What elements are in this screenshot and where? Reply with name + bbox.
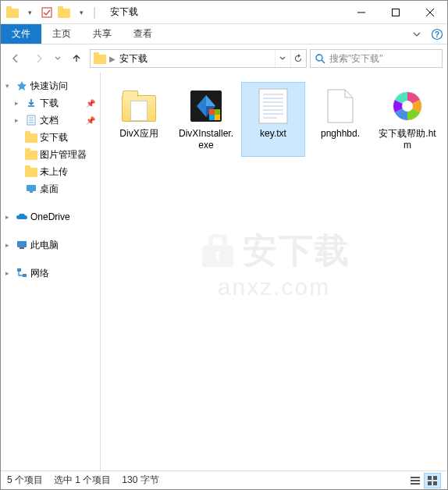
svg-rect-43	[433, 481, 437, 485]
refresh-button[interactable]	[290, 50, 304, 67]
exe-icon	[187, 87, 225, 125]
pin-icon: 📌	[86, 116, 95, 125]
view-details-button[interactable]	[407, 473, 424, 488]
chevron-down-icon[interactable]: ▾	[5, 82, 15, 90]
watermark-url: anxz.com	[197, 273, 350, 300]
tree-quick-access[interactable]: ▾ 快速访问	[1, 77, 100, 94]
status-item-count: 5 个项目	[7, 474, 43, 487]
document-icon	[24, 114, 38, 126]
back-button[interactable]	[5, 48, 26, 69]
svg-rect-18	[23, 274, 27, 277]
text-file-icon	[254, 87, 292, 125]
svg-rect-42	[428, 481, 432, 485]
chevron-right-icon[interactable]: ▸	[15, 99, 24, 107]
ribbon-expand-button[interactable]	[407, 24, 427, 44]
tree-label: OneDrive	[30, 211, 70, 222]
recent-dropdown[interactable]	[52, 48, 63, 69]
main-area: ▾ 快速访问 ▸ 下载 📌 ▸ 文档 📌 安下载 图片管理器	[1, 73, 447, 470]
properties-icon[interactable]	[40, 5, 54, 20]
folder-icon	[57, 5, 71, 20]
address-bar: ▶ 安下载 搜索"安下载"	[1, 44, 447, 73]
chevron-right-icon[interactable]: ▸	[5, 241, 15, 249]
svg-rect-17	[17, 268, 21, 272]
tree-label: 未上传	[40, 165, 68, 179]
folder-icon	[5, 5, 20, 20]
search-input[interactable]: 搜索"安下载"	[310, 49, 443, 68]
window-controls	[344, 1, 447, 24]
file-label: 安下载帮助.htm	[378, 128, 437, 151]
chevron-right-icon[interactable]: ▸	[5, 213, 15, 221]
breadcrumb[interactable]: ▶ 安下载	[90, 49, 307, 68]
chevron-right-icon[interactable]: ▸	[15, 116, 24, 124]
separator: |	[93, 5, 96, 20]
svg-line-8	[322, 60, 325, 63]
svg-rect-25	[209, 115, 215, 120]
svg-point-7	[316, 55, 322, 61]
file-item-unknown[interactable]: pnghhbd.	[308, 82, 372, 157]
folder-icon	[24, 148, 38, 161]
blank-file-icon	[322, 87, 359, 125]
qat-chevron-icon[interactable]: ▾	[74, 5, 88, 20]
svg-rect-15	[17, 241, 27, 247]
cloud-icon	[15, 211, 29, 223]
maximize-button[interactable]	[379, 1, 413, 24]
tab-share[interactable]: 共享	[82, 24, 123, 44]
pin-icon: 📌	[86, 99, 95, 108]
desktop-icon	[24, 183, 38, 195]
tree-pic-manager[interactable]: 图片管理器	[1, 146, 100, 163]
svg-rect-39	[411, 483, 420, 485]
minimize-button[interactable]	[344, 1, 379, 24]
qat-dropdown-icon[interactable]: ▾	[23, 5, 37, 20]
breadcrumb-item[interactable]: 安下载	[117, 52, 150, 66]
tree-onedrive[interactable]: ▸ OneDrive	[1, 208, 100, 225]
view-icons-button[interactable]	[424, 473, 441, 488]
file-item-htm[interactable]: 安下载帮助.htm	[375, 82, 439, 157]
file-item-folder[interactable]: DivX应用	[107, 82, 171, 157]
status-size: 130 字节	[122, 474, 158, 487]
tree-network[interactable]: ▸ 网络	[1, 265, 100, 282]
file-item-txt[interactable]: key.txt	[241, 82, 305, 157]
up-button[interactable]	[66, 48, 87, 69]
folder-icon	[92, 53, 108, 64]
watermark-text: 安下载	[243, 227, 350, 273]
tab-file[interactable]: 文件	[1, 24, 41, 44]
svg-rect-16	[20, 247, 24, 249]
svg-rect-20	[216, 255, 219, 261]
tree-not-uploaded[interactable]: 未上传	[1, 163, 100, 180]
file-label: DivX应用	[119, 128, 158, 140]
ribbon-tabs: 文件 主页 共享 查看 ?	[1, 24, 447, 44]
svg-rect-24	[215, 109, 220, 115]
tree-label: 此电脑	[30, 239, 59, 252]
folder-icon	[120, 87, 158, 125]
tree-this-pc[interactable]: ▸ 此电脑	[1, 236, 100, 254]
tree-desktop[interactable]: 桌面	[1, 180, 100, 197]
tree-label: 网络	[30, 267, 49, 280]
help-button[interactable]: ?	[427, 24, 447, 44]
svg-text:?: ?	[435, 30, 439, 39]
file-label: pnghhbd.	[321, 128, 360, 140]
tree-downloads[interactable]: ▸ 下载 📌	[1, 94, 100, 112]
svg-rect-2	[393, 9, 400, 16]
folder-icon	[24, 131, 38, 144]
tab-home[interactable]: 主页	[41, 24, 82, 44]
file-item-exe[interactable]: DivXInstaller.exe	[174, 82, 238, 157]
file-list[interactable]: 安下载 anxz.com DivX应用 DivXInstaller.exe ke…	[101, 73, 447, 470]
star-icon	[15, 80, 29, 92]
tree-documents[interactable]: ▸ 文档 📌	[1, 112, 100, 129]
svg-rect-40	[428, 476, 432, 480]
tree-anxz[interactable]: 安下载	[1, 129, 100, 146]
tab-view[interactable]: 查看	[123, 24, 163, 44]
svg-rect-13	[27, 185, 36, 191]
address-dropdown-button[interactable]	[275, 50, 289, 67]
close-button[interactable]	[413, 1, 447, 24]
forward-button[interactable]	[29, 48, 49, 69]
file-label: DivXInstaller.exe	[176, 128, 236, 151]
chevron-right-icon[interactable]: ▸	[5, 269, 15, 277]
tree-label: 下载	[40, 97, 59, 110]
chevron-right-icon[interactable]: ▶	[108, 55, 117, 63]
svg-rect-23	[209, 109, 215, 115]
navigation-pane: ▾ 快速访问 ▸ 下载 📌 ▸ 文档 📌 安下载 图片管理器	[1, 73, 101, 470]
svg-rect-14	[30, 191, 33, 193]
file-label: key.txt	[260, 128, 286, 140]
pc-icon	[15, 239, 29, 251]
